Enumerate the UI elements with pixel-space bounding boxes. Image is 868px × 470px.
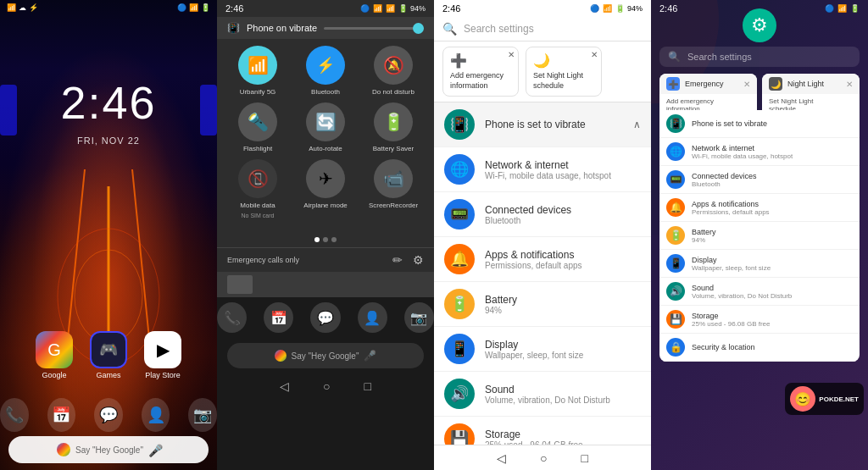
settings-item-sound[interactable]: 🔊 Sound Volume, vibration, Do Not Distur… [434, 372, 651, 417]
settings-apps-title: Apps & notifications [485, 249, 641, 261]
settings-nav-recents[interactable]: □ [581, 451, 588, 465]
watermark-badge: 😊 POKDE.NET [785, 383, 864, 415]
settings-status-bar: 2:46 🔵 📶 🔋 94% [434, 0, 651, 17]
recents-settings-sound[interactable]: 🔊 Sound Volume, vibration, Do Not Distur… [659, 278, 860, 306]
qs-dock-camera[interactable]: 📷 [404, 302, 434, 333]
dock-contacts[interactable]: 👤 [142, 398, 170, 432]
suggestion-emergency-close[interactable]: ✕ [508, 50, 515, 59]
qs-tile-flashlight[interactable]: 🔦 Flashlight [229, 102, 287, 152]
settings-display-icon: 📱 [444, 334, 475, 364]
recents-settings-sound-icon: 🔊 [666, 282, 685, 301]
qs-tile-bluetooth[interactable]: ⚡ Bluetooth [297, 46, 354, 96]
qs-dock-contacts[interactable]: 👤 [358, 302, 387, 333]
settings-item-apps[interactable]: 🔔 Apps & notifications Permissions, defa… [434, 237, 651, 282]
recents-time: 2:46 [659, 3, 677, 14]
vibrate-slider[interactable] [324, 27, 424, 30]
recents-settings-battery-icon: 🔋 [666, 226, 685, 245]
recents-search-text: Search settings [687, 52, 752, 62]
recents-settings-vibrate[interactable]: 📳 Phone is set to vibrate [659, 110, 860, 138]
qs-vibrate-bar: 📳 Phone on vibrate [217, 17, 434, 39]
lockscreen-apps: G Google 🎮 Games ▶ Play Store [0, 331, 217, 390]
qs-tile-battery[interactable]: 🔋 Battery Saver [364, 102, 422, 152]
settings-search-bar[interactable]: 🔍 Search settings [434, 17, 651, 41]
settings-item-connected[interactable]: 📟 Connected devices Bluetooth [434, 192, 651, 237]
settings-network-text: Network & internet Wi-Fi, mobile data us… [485, 159, 641, 180]
app-games[interactable]: 🎮 Games [90, 331, 127, 379]
qs-tile-wifi[interactable]: 📶 Urbanify 5G [229, 46, 287, 96]
nav-recents[interactable]: □ [364, 379, 371, 393]
google-search-bar[interactable]: Say "Hey Google" 🎤 [8, 436, 209, 463]
recents-settings-security-icon: 🔒 [666, 338, 685, 357]
recents-settings-battery[interactable]: 🔋 Battery 94% [659, 222, 860, 250]
qs-dock-messages[interactable]: 💬 [310, 302, 340, 333]
suggestion-emergency[interactable]: ✕ ➕ Add emergencyinformation [442, 47, 519, 97]
dock-camera[interactable]: 📷 [188, 398, 217, 432]
recents-settings-storage-title: Storage [692, 312, 853, 320]
settings-item-display[interactable]: 📱 Display Wallpaper, sleep, font size [434, 327, 651, 372]
settings-item-vibrate[interactable]: 📳 Phone is set to vibrate ∧ [434, 102, 651, 147]
vibrate-thumb [413, 23, 424, 34]
recents-search-bar[interactable]: 🔍 Search settings [659, 47, 860, 67]
recents-app-icon-settings[interactable]: ⚙ [743, 8, 776, 42]
recents-settings-connected[interactable]: 📟 Connected devices Bluetooth [659, 166, 860, 194]
lockscreen-time: 2:46 [0, 76, 217, 129]
qs-google-bar[interactable]: Say "Hey Google" 🎤 [227, 343, 424, 368]
recents-settings-display[interactable]: 📱 Display Wallpaper, sleep, font size [659, 250, 860, 278]
qs-tile-screenrecorder[interactable]: 📹 ScreenRecorder [364, 159, 422, 218]
qs-tile-dnd[interactable]: 🔕 Do not disturb [364, 46, 422, 96]
nav-home[interactable]: ○ [323, 379, 330, 393]
app-playstore[interactable]: ▶ Play Store [144, 331, 181, 379]
dock-messages[interactable]: 💬 [94, 398, 123, 432]
qs-tile-mobiledata[interactable]: 📵 Mobile data No SIM card [229, 159, 287, 218]
lockscreen-date: FRI, NOV 22 [0, 135, 217, 146]
qs-tile-airplane[interactable]: ✈ Airplane mode [297, 159, 354, 218]
settings-item-network[interactable]: 🌐 Network & internet Wi-Fi, mobile data … [434, 147, 651, 192]
mic-icon[interactable]: 🎤 [148, 444, 160, 456]
qs-tile-screenrecorder-label: ScreenRecorder [369, 202, 418, 209]
qs-tile-screenrecorder-icon: 📹 [374, 159, 413, 198]
recents-card-emergency-close[interactable]: ✕ [743, 80, 750, 89]
recents-settings-security[interactable]: 🔒 Security & location [659, 334, 860, 362]
suggestion-nightlight-close[interactable]: ✕ [591, 50, 598, 59]
suggestion-nightlight[interactable]: ✕ 🌙 Set Night Lightschedule [526, 47, 602, 97]
qs-tile-autorotate[interactable]: 🔄 Auto-rotate [297, 102, 354, 152]
app-google[interactable]: G Google [36, 331, 73, 379]
recents-settings-storage[interactable]: 💾 Storage 25% used - 96.08 GB free [659, 306, 860, 334]
qs-edit-icon[interactable]: ✏ [392, 253, 403, 267]
settings-nav-back[interactable]: ◁ [497, 451, 506, 465]
recents-card-emergency-header: ➕ Emergency ✕ [659, 74, 757, 94]
qs-mic-icon[interactable]: 🎤 [364, 350, 376, 362]
recents-settings-apps[interactable]: 🔔 Apps & notifications Permissions, defa… [659, 194, 860, 222]
settings-sound-title: Sound [485, 384, 641, 395]
qs-tile-row-3: 📵 Mobile data No SIM card ✈ Airplane mod… [224, 159, 427, 218]
settings-time: 2:46 [442, 3, 460, 14]
bottom-dock: 📞 📅 💬 👤 📷 [0, 398, 217, 432]
dock-phone[interactable]: 📞 [0, 398, 29, 432]
qs-time: 2:46 [225, 3, 243, 14]
suggestion-nightlight-icon: 🌙 [533, 53, 594, 69]
recents-status-icons: 🔵 📶 🔋 [825, 4, 860, 13]
settings-storage-icon: 💾 [444, 423, 475, 445]
nav-back[interactable]: ◁ [280, 379, 289, 393]
qs-emergency-text: Emergency calls only [227, 256, 299, 264]
qs-google-logo [275, 350, 287, 362]
settings-network-title: Network & internet [485, 159, 641, 171]
qs-tile-mobiledata-sub: No SIM card [242, 213, 275, 218]
qs-dock-phone[interactable]: 📞 [217, 302, 247, 333]
settings-battery-icon: 🔋 [444, 289, 475, 319]
recents-settings-apps-text: Apps & notifications Permissions, defaul… [692, 200, 853, 216]
qs-settings-icon[interactable]: ⚙ [413, 253, 424, 267]
screenshot-thumb [227, 275, 253, 294]
recents-settings-apps-title: Apps & notifications [692, 200, 853, 208]
settings-item-storage[interactable]: 💾 Storage 25% used - 96.04 GB free [434, 417, 651, 445]
settings-item-battery[interactable]: 🔋 Battery 94% [434, 282, 651, 327]
recents-card-nightlight-close[interactable]: ✕ [846, 80, 853, 89]
recents-settings-battery-title: Battery [692, 228, 853, 236]
qs-dock-calendar[interactable]: 📅 [264, 302, 293, 333]
settings-display-sub: Wallpaper, sleep, font size [485, 351, 641, 360]
recents-settings-network[interactable]: 🌐 Network & internet Wi-Fi, mobile data … [659, 138, 860, 166]
recents-settings-vibrate-icon: 📳 [666, 114, 685, 133]
settings-nav-home[interactable]: ○ [540, 451, 547, 465]
dock-calendar[interactable]: 📅 [47, 398, 76, 432]
recents-card-nightlight-header: 🌙 Night Light ✕ [762, 74, 860, 94]
